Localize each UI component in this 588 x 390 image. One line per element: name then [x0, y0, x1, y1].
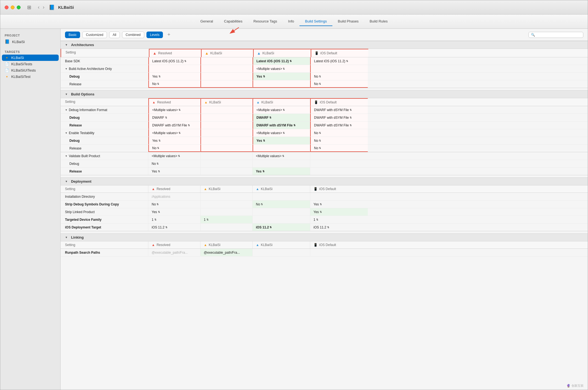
stepper-vbpd-r[interactable]: ⇅ [157, 162, 159, 165]
col-ios-lnk: 📱 iOS Default [310, 241, 368, 248]
sidebar-item-klbaisi[interactable]: 🔸 KLBaiSi [2, 55, 59, 61]
cell-rsp-target: @executable_path/Fra... [200, 249, 253, 256]
cell-tdf-project [253, 216, 310, 223]
cell-dif-debug-resolved: DWARF ⇅ [148, 114, 200, 121]
stepper-vbp-r[interactable]: ⇅ [178, 155, 180, 157]
stepper-ri[interactable]: ⇅ [319, 83, 321, 85]
stepper-idt-p[interactable]: ⇅ [270, 226, 272, 229]
stepper-dd-i[interactable]: ⇅ [350, 116, 352, 119]
cell-arch-release-label: Release [61, 80, 148, 88]
close-button[interactable] [5, 5, 9, 9]
filter-basic[interactable]: Basic [65, 32, 80, 38]
stepper-d[interactable]: ⇅ [159, 75, 161, 78]
cell-idt-target [200, 224, 253, 231]
cell-et-debug-target [200, 137, 253, 144]
grid-icon[interactable]: ⊞ [27, 4, 31, 10]
stepper-dr-r[interactable]: ⇅ [188, 124, 190, 127]
cell-build-active-resolved [148, 65, 200, 72]
search-input[interactable] [531, 33, 581, 37]
stepper-dif-p[interactable]: ⇅ [283, 109, 285, 111]
cell-et-debug-project: Yes ⇅ [253, 137, 310, 144]
sidebar-item-klbaisuitests[interactable]: 📄 KLBaiSiUITests [0, 67, 60, 74]
cell-idt-resolved: iOS 11.2 ⇅ [148, 224, 200, 231]
stepper-icon[interactable]: ⇅ [184, 60, 186, 63]
stepper-etd-r[interactable]: ⇅ [159, 139, 161, 142]
maximize-button[interactable] [17, 5, 21, 9]
col-target-header: ▲ KLBaiSi [201, 49, 253, 57]
cell-dif-release-resolved: DWARF with dSYM File ⇅ [148, 121, 200, 129]
stepper-etd-i[interactable]: ⇅ [319, 139, 321, 142]
stepper-tdf-t[interactable]: ⇅ [207, 218, 209, 221]
stepper-et-i[interactable]: ⇅ [319, 132, 321, 134]
minimize-button[interactable] [11, 5, 15, 9]
tab-build-settings[interactable]: Build Settings [299, 17, 332, 26]
tab-build-phases[interactable]: Build Phases [332, 17, 364, 26]
sidebar-project-item[interactable]: 📘 KLBaiSi [0, 38, 60, 45]
iosdefault-icon-col: 📱 [315, 51, 319, 55]
col-ios-bo: 📱 iOS Default [310, 98, 368, 106]
tab-info[interactable]: Info [283, 17, 300, 26]
cell-base-sdk-ios: Latest iOS (iOS 11.2) ⇅ [310, 57, 368, 65]
filter-all[interactable]: All [109, 32, 120, 38]
stepper-icon-p[interactable]: ⇅ [290, 60, 292, 63]
stepper-icon-i[interactable]: ⇅ [346, 60, 348, 63]
forward-button[interactable]: › [42, 4, 46, 10]
stepper-sd-r[interactable]: ⇅ [157, 203, 159, 206]
col-target-label: KLBaiSi [210, 51, 222, 55]
chevron-icon-bo: ▼ [65, 93, 68, 96]
stepper-vbp-p[interactable]: ⇅ [282, 155, 284, 157]
tab-general[interactable]: General [195, 17, 219, 26]
row-strip-debug: Strip Debug Symbols During Copy No ⇅ No … [61, 200, 588, 208]
stepper-etr-r[interactable]: ⇅ [157, 147, 159, 149]
stepper-dif-r[interactable]: ⇅ [179, 109, 181, 111]
row-enable-testability: ▼Enable Testability <Multiple values> ⇅ … [61, 129, 588, 137]
cell-rsp-project [253, 249, 310, 256]
tab-resource-tags[interactable]: Resource Tags [248, 17, 282, 26]
stepper-vbpr-r[interactable]: ⇅ [158, 170, 160, 173]
filter-levels[interactable]: Levels [146, 32, 163, 38]
stepper-sd-p[interactable]: ⇅ [261, 203, 263, 206]
target-icon-3: 🔸 [5, 75, 9, 79]
cell-base-sdk-label: Base SDK [61, 57, 148, 65]
stepper-tdf-r[interactable]: ⇅ [154, 218, 157, 221]
cell-base-sdk-target [200, 57, 253, 65]
cell-id-resolved: /Applications [148, 193, 200, 200]
add-filter-button[interactable]: + [165, 31, 173, 38]
stepper-tdf-i[interactable]: ⇅ [316, 218, 318, 221]
row-dif-debug: Debug DWARF ⇅ DWARF ⇅ DWARF with dSYM Fi… [61, 114, 588, 121]
col-setting-bo: Setting [61, 98, 148, 106]
filter-customized[interactable]: Customized [82, 32, 107, 38]
cell-idt-project: iOS 11.2 ⇅ [253, 224, 310, 231]
stepper-mul[interactable]: ⇅ [283, 67, 285, 70]
ios-icon-dep: 📱 [313, 187, 318, 191]
row-build-active-arch: ▼Build Active Architecture Only <Multipl… [61, 65, 588, 73]
stepper-etd-p[interactable]: ⇅ [263, 139, 265, 142]
cell-dif-debug-label: Debug [61, 114, 148, 121]
stepper-idt-r[interactable]: ⇅ [165, 226, 168, 229]
stepper-dd-r[interactable]: ⇅ [165, 116, 167, 119]
stepper-dp[interactable]: ⇅ [263, 75, 265, 78]
filter-combined[interactable]: Combined [122, 32, 144, 38]
stepper-et-p[interactable]: ⇅ [283, 132, 285, 134]
cell-sl-label: Strip Linked Product [61, 208, 148, 216]
stepper-sl-r[interactable]: ⇅ [158, 211, 160, 213]
stepper-dr-i[interactable]: ⇅ [350, 124, 352, 127]
stepper-et-r[interactable]: ⇅ [179, 132, 181, 134]
tab-build-rules[interactable]: Build Rules [364, 17, 393, 26]
sidebar-item-klbaisitests[interactable]: 📄 KLBaiSiTests [0, 61, 60, 67]
stepper-dd-p[interactable]: ⇅ [269, 116, 272, 119]
stepper-etr-i[interactable]: ⇅ [319, 147, 321, 149]
stepper-vbpr-p[interactable]: ⇅ [262, 170, 265, 173]
stepper-dif-i[interactable]: ⇅ [350, 109, 352, 111]
cell-et-ios: No ⇅ [310, 129, 368, 137]
stepper-r[interactable]: ⇅ [157, 83, 159, 85]
sidebar-item-klbaisitest[interactable]: 🔸 KLBaiSiTest [0, 74, 60, 80]
stepper-idt-i[interactable]: ⇅ [327, 226, 329, 229]
stepper-dr-p[interactable]: ⇅ [293, 124, 296, 127]
tab-capabilities[interactable]: Capabilities [219, 17, 248, 26]
back-button[interactable]: ‹ [37, 4, 41, 10]
stepper-sl-i[interactable]: ⇅ [320, 211, 322, 213]
cell-dif-target [200, 106, 253, 114]
stepper-sd-i[interactable]: ⇅ [320, 203, 322, 206]
stepper-di[interactable]: ⇅ [319, 75, 321, 78]
